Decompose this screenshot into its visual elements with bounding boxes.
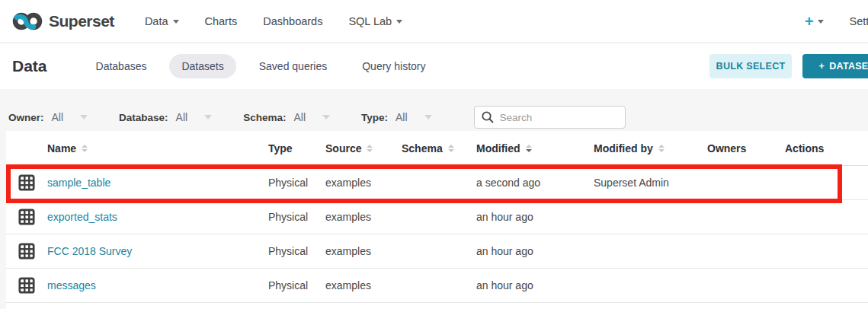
nav-item-sql-lab[interactable]: SQL Lab xyxy=(338,9,413,33)
chevron-down-icon xyxy=(322,115,330,119)
physical-dataset-icon xyxy=(18,174,35,191)
top-navbar: Superset Data Charts Dashboards SQL Lab … xyxy=(0,0,868,43)
navbar-right: + Settings xyxy=(805,0,868,42)
table-row: sample_table Physical examples a second … xyxy=(6,166,868,200)
content-area: Owner: All Database: All Schema: All Typ… xyxy=(0,89,868,309)
search-icon xyxy=(481,110,495,124)
plus-icon: + xyxy=(805,14,814,29)
new-item-menu[interactable]: + xyxy=(805,14,824,29)
chevron-down-icon xyxy=(173,20,179,24)
chevron-down-icon xyxy=(818,20,824,24)
nav-item-charts[interactable]: Charts xyxy=(194,9,248,33)
physical-dataset-icon xyxy=(18,243,35,260)
table-row: exported_stats Physical examples an hour… xyxy=(6,200,868,234)
data-tabs: Databases Datasets Saved queries Query h… xyxy=(84,54,438,78)
dataset-modified: an hour ago xyxy=(476,245,594,257)
physical-dataset-icon xyxy=(18,277,35,294)
superset-infinity-icon xyxy=(12,11,43,31)
sort-icon xyxy=(448,145,454,152)
column-header-source[interactable]: Source xyxy=(325,142,402,154)
column-header-modified[interactable]: Modified xyxy=(476,142,594,154)
dataset-type: Physical xyxy=(268,177,325,189)
filter-type[interactable]: Type: All xyxy=(361,111,432,123)
tab-saved-queries[interactable]: Saved queries xyxy=(247,54,340,78)
column-header-name[interactable]: Name xyxy=(47,142,268,154)
column-header-owners: Owners xyxy=(707,142,785,154)
nav-item-data[interactable]: Data xyxy=(134,9,190,33)
sort-icon xyxy=(658,145,665,152)
page-title: Data xyxy=(12,57,47,75)
dataset-type: Physical xyxy=(268,245,325,257)
sort-icon xyxy=(367,145,373,152)
datasets-table-card: Name Type Source Schema Modified Modifie… xyxy=(6,131,868,309)
dataset-modified: an hour ago xyxy=(476,211,594,223)
table-header-row: Name Type Source Schema Modified Modifie… xyxy=(6,131,868,166)
dataset-source: examples xyxy=(325,279,402,291)
bulk-select-button[interactable]: BULK SELECT xyxy=(709,54,792,78)
dataset-source: examples xyxy=(325,177,402,189)
dataset-modified: a second ago xyxy=(476,177,594,189)
superset-logo[interactable]: Superset xyxy=(12,11,114,31)
dataset-source: examples xyxy=(325,211,402,223)
sort-desc-icon xyxy=(526,145,532,152)
table-row: FCC 2018 Survey Physical examples an hou… xyxy=(6,234,868,269)
column-header-type: Type xyxy=(268,142,325,154)
tab-datasets[interactable]: Datasets xyxy=(169,54,235,78)
filter-schema[interactable]: Schema: All xyxy=(243,111,330,123)
dataset-link[interactable]: sample_table xyxy=(47,177,111,189)
column-header-actions: Actions xyxy=(785,142,868,154)
filter-bar: Owner: All Database: All Schema: All Typ… xyxy=(0,89,868,132)
data-subheader: Data Databases Datasets Saved queries Qu… xyxy=(0,43,868,89)
physical-dataset-icon xyxy=(18,209,35,225)
dataset-link[interactable]: exported_stats xyxy=(47,211,117,223)
tab-databases[interactable]: Databases xyxy=(84,54,159,78)
table-row: messages Physical examples an hour ago xyxy=(6,269,868,303)
dataset-type: Physical xyxy=(268,211,325,223)
chevron-down-icon xyxy=(424,115,432,119)
column-header-modified-by[interactable]: Modified by xyxy=(594,142,707,154)
chevron-down-icon xyxy=(80,115,88,119)
filter-owner[interactable]: Owner: All xyxy=(8,111,88,123)
subheader-actions: BULK SELECT + DATASET xyxy=(709,54,868,78)
column-header-schema[interactable]: Schema xyxy=(402,142,476,154)
search-box xyxy=(474,106,626,129)
table-row: users_channels Virtual examples an hour … xyxy=(6,303,868,309)
dataset-modified: an hour ago xyxy=(476,279,594,291)
dataset-modified-by: Superset Admin xyxy=(594,177,707,189)
sort-icon xyxy=(82,145,88,152)
chevron-down-icon xyxy=(396,20,402,24)
brand-name: Superset xyxy=(49,12,114,30)
tab-query-history[interactable]: Query history xyxy=(350,54,437,78)
plus-icon: + xyxy=(819,61,825,72)
search-input[interactable] xyxy=(500,112,614,123)
main-menu: Data Charts Dashboards SQL Lab xyxy=(134,9,413,33)
filter-database[interactable]: Database: All xyxy=(119,111,212,123)
add-dataset-button[interactable]: + DATASET xyxy=(802,54,868,78)
dataset-source: examples xyxy=(325,245,402,257)
dataset-link[interactable]: messages xyxy=(47,279,96,291)
nav-item-dashboards[interactable]: Dashboards xyxy=(252,9,333,33)
nav-item-settings[interactable]: Settings xyxy=(850,15,868,27)
chevron-down-icon xyxy=(204,115,212,119)
dataset-link[interactable]: FCC 2018 Survey xyxy=(47,245,132,257)
dataset-type: Physical xyxy=(268,279,325,291)
